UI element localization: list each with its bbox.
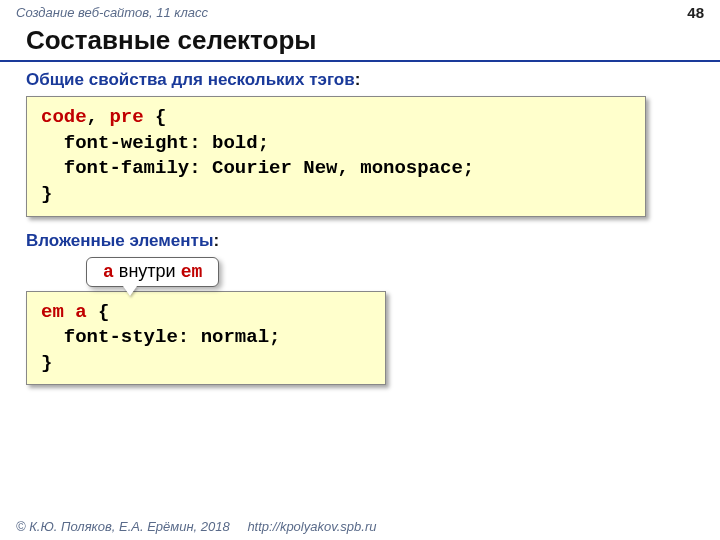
selector-em: em <box>41 301 64 323</box>
code2-line1: font-style: normal; <box>41 326 280 348</box>
footer-url: http://kpolyakov.spb.ru <box>247 519 376 534</box>
selector-code: code <box>41 106 87 128</box>
code1-line1: font-weight: bold; <box>41 132 269 154</box>
code1-line2: font-family: Courier New, monospace; <box>41 157 474 179</box>
brace-open-2: { <box>87 301 110 323</box>
footer-copyright: © К.Ю. Поляков, Е.А. Ерёмин, 2018 <box>16 519 230 534</box>
code-block-2: em a { font-style: normal; } <box>26 291 386 386</box>
page-number: 48 <box>687 4 704 21</box>
course-name: Создание веб-сайтов, 11 класс <box>16 5 208 20</box>
nested-example: a внутри em em a { font-style: normal; } <box>26 257 694 386</box>
slide-header: Создание веб-сайтов, 11 класс 48 <box>0 0 720 23</box>
callout-a: a <box>103 262 114 282</box>
section1-heading-text: Общие свойства для нескольких тэгов <box>26 70 355 89</box>
callout-mid: внутри <box>114 261 181 281</box>
slide-footer: © К.Ю. Поляков, Е.А. Ерёмин, 2018 http:/… <box>16 519 376 534</box>
section1-colon: : <box>355 70 361 89</box>
section2-heading: Вложенные элементы: <box>26 231 694 251</box>
code-block-1: code, pre { font-weight: bold; font-fami… <box>26 96 646 217</box>
section2-heading-text: Вложенные элементы <box>26 231 213 250</box>
selector-a: a <box>75 301 86 323</box>
section1-heading: Общие свойства для нескольких тэгов: <box>26 70 694 90</box>
brace-close: } <box>41 183 52 205</box>
slide-title: Составные селекторы <box>0 23 720 62</box>
callout-em: em <box>181 262 203 282</box>
callout-bubble: a внутри em <box>86 257 219 287</box>
selector-pre: pre <box>109 106 143 128</box>
space <box>64 301 75 323</box>
section2-colon: : <box>213 231 219 250</box>
slide-content: Общие свойства для нескольких тэгов: cod… <box>0 70 720 385</box>
brace-close-2: } <box>41 352 52 374</box>
comma: , <box>87 106 110 128</box>
brace-open: { <box>144 106 167 128</box>
